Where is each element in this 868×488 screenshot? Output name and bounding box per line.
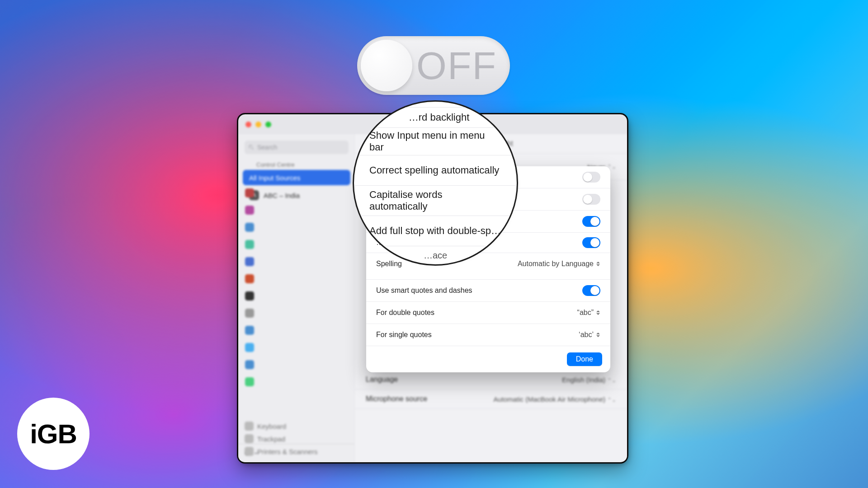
mag-row-correct-spelling: Correct spelling automatically <box>354 155 517 185</box>
sidebar-item-label: All Input Sources <box>249 174 300 182</box>
sidebar-item-abc-india[interactable]: A ABC – India <box>243 186 350 204</box>
mag-text: Correct spelling automatically <box>369 164 499 176</box>
sidebar-icon[interactable] <box>245 291 254 300</box>
sidebar-section-header: Control Centre <box>238 159 355 169</box>
toggle-smart-quotes[interactable] <box>582 285 600 296</box>
magnifier-lens: …rd backlight Show Input menu in menu ba… <box>353 100 518 266</box>
row-label: Language <box>366 375 398 384</box>
row-double-quotes[interactable]: For double quotes “abc” <box>366 301 610 324</box>
row-value: Automatic (MacBook Air Microphone) <box>493 395 605 403</box>
mag-row-show-input: Show Input menu in menu bar <box>354 127 517 155</box>
row-label: For single quotes <box>376 331 432 339</box>
sidebar-icon[interactable] <box>245 240 254 249</box>
sidebar-item-label: ABC – India <box>264 192 300 199</box>
mag-text: Add full stop with double-sp… <box>369 225 501 237</box>
sidebar-icon[interactable] <box>245 309 254 318</box>
igb-logo: iGB <box>17 398 90 470</box>
igb-logo-text: iGB <box>30 418 77 450</box>
row-value: English (India) <box>562 376 605 384</box>
pref-label: Trackpad <box>257 435 285 443</box>
settings-sidebar: Search Control Centre All Input Sources … <box>238 134 355 462</box>
chevron-updown-icon: ⌃⌄ <box>607 377 616 384</box>
chevron-updown-icon: ⌃⌄ <box>607 397 616 403</box>
row-microphone[interactable]: Microphone source Automatic (MacBook Air… <box>355 389 627 409</box>
toggle-correct-spelling[interactable] <box>582 172 600 183</box>
sidebar-icon[interactable] <box>245 377 254 386</box>
toggle-knob-icon <box>361 40 412 91</box>
sidebar-icon[interactable] <box>245 326 254 335</box>
row-label: For double quotes <box>376 309 434 317</box>
pref-item-keyboard[interactable]: Keyboard <box>245 422 317 431</box>
mag-row-capitalise: Capitalise words automatically <box>354 185 517 216</box>
row-single-quotes[interactable]: For single quotes ‘abc’ <box>366 324 610 346</box>
sidebar-item-all-input-sources[interactable]: All Input Sources <box>243 170 350 185</box>
chevron-updown-icon <box>595 261 600 267</box>
search-placeholder: Search <box>257 144 277 151</box>
off-label: OFF <box>412 43 510 88</box>
mag-text: …rd backlight <box>409 112 470 123</box>
row-smart-quotes: Use smart quotes and dashes <box>366 279 610 301</box>
row-label: Spelling <box>376 260 402 268</box>
row-language[interactable]: Language English (India)⌃⌄ <box>355 370 627 389</box>
sidebar-icon-rail <box>245 188 255 440</box>
sidebar-icon[interactable] <box>245 343 254 352</box>
row-label: Microphone source <box>366 395 427 403</box>
search-input[interactable]: Search <box>245 141 349 154</box>
row-value: Automatic by Language <box>518 260 594 268</box>
toggle-full-stop-b[interactable] <box>582 237 600 248</box>
sidebar-icon[interactable] <box>245 257 254 266</box>
mag-row-full-stop: Add full stop with double-sp… <box>354 216 517 246</box>
pref-item-printers[interactable]: Printers & Scanners <box>245 447 317 456</box>
pref-item-trackpad[interactable]: Trackpad <box>245 434 317 443</box>
search-icon <box>248 144 255 150</box>
pref-label: Printers & Scanners <box>257 448 317 455</box>
row-label: Use smart quotes and dashes <box>376 286 472 295</box>
mag-text: Capitalise words automatically <box>369 189 501 212</box>
chevron-updown-icon <box>595 332 600 338</box>
chevron-updown-icon <box>595 310 600 316</box>
sidebar-icon[interactable] <box>245 274 254 283</box>
toggle-capitalise[interactable] <box>582 194 600 205</box>
row-value: ‘abc’ <box>579 331 594 339</box>
sidebar-icon[interactable] <box>245 360 254 369</box>
row-value: “abc” <box>577 309 594 317</box>
done-button[interactable]: Done <box>567 352 602 366</box>
toggle-full-stop-a[interactable] <box>582 216 600 227</box>
sidebar-icon[interactable] <box>245 223 254 232</box>
sidebar-icon[interactable] <box>245 188 254 197</box>
sheet-footer: Done <box>366 346 610 372</box>
off-toggle-graphic: OFF <box>357 36 510 95</box>
mag-text: …ace <box>424 250 447 261</box>
pref-label: Keyboard <box>257 422 286 430</box>
mag-text: Show Input menu in menu bar <box>369 130 501 153</box>
sidebar-icon[interactable] <box>245 206 254 215</box>
